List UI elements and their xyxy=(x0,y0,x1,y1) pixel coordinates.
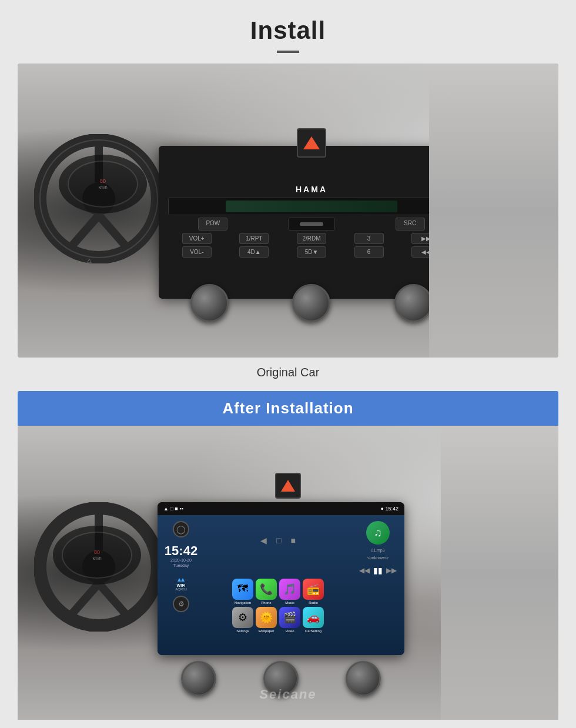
radio-display xyxy=(168,198,455,215)
svg-line-3 xyxy=(69,215,99,249)
title-underline xyxy=(277,51,299,53)
radio-brand-label: HAMA xyxy=(168,185,455,194)
mp3-filename: 01.mp3 xyxy=(371,548,384,552)
nav-back[interactable]: ◀ xyxy=(260,536,267,545)
knob-right xyxy=(394,284,433,322)
app-radio[interactable]: 📻 Radio xyxy=(303,579,324,605)
android-apps-grid: 🗺 Navigation 📞 Phone 🎵 Music xyxy=(230,576,326,635)
after-dash-interior: 80km/h ▲ □ ■ ▪▪ ● 15:42 ◯ 15:42 xyxy=(18,426,558,720)
wallpaper-app-label: Wallpaper xyxy=(259,629,274,633)
video-app-icon: 🎬 xyxy=(279,607,300,628)
power-button[interactable]: ◯ xyxy=(173,521,189,537)
hazard-button-original xyxy=(297,128,326,158)
climate-knobs-original xyxy=(159,284,464,322)
radio-app-icon: 📻 xyxy=(303,579,324,600)
radio-app-label: Radio xyxy=(309,601,318,605)
carsetting-app-label: CarSetting xyxy=(305,629,322,633)
android-status-bar: ▲ □ ■ ▪▪ ● 15:42 xyxy=(158,502,404,515)
radio-btn-1rpt: 1/RPT xyxy=(239,233,269,244)
phone-app-label: Phone xyxy=(261,601,271,605)
video-app-label: Video xyxy=(285,629,294,633)
app-music[interactable]: 🎵 Music xyxy=(279,579,300,605)
after-knob-center xyxy=(263,661,299,696)
app-phone[interactable]: 📞 Phone xyxy=(256,579,277,605)
nav-app-icon: 🗺 xyxy=(232,579,253,600)
radio-btn-6: 6 xyxy=(354,246,384,258)
nav-apps[interactable]: ■ xyxy=(291,536,296,545)
after-install-banner: After Installation xyxy=(18,391,558,426)
android-main-content: ◯ 15:42 2020-10-20 Tuesday ▴▴ WIFI AQR0J… xyxy=(158,515,404,655)
android-right-panel: ♫ 01.mp3 <unknown> ◀◀ ▮▮ ▶▶ xyxy=(351,515,404,655)
app-settings[interactable]: ⚙ Settings xyxy=(232,607,253,633)
android-center-panel: ◀ □ ■ 🗺 Navigation 📞 xyxy=(205,515,351,655)
music-app-label: Music xyxy=(285,601,294,605)
app-navigation[interactable]: 🗺 Navigation xyxy=(232,579,253,605)
phone-app-icon: 📞 xyxy=(256,579,277,600)
next-track-btn[interactable]: ▶▶ xyxy=(386,566,397,575)
status-right: ● 15:42 xyxy=(381,506,398,512)
app-video[interactable]: 🎬 Video xyxy=(279,607,300,633)
svg-text:△: △ xyxy=(87,257,92,263)
wifi-label: WIFI xyxy=(177,583,186,587)
after-knob-left xyxy=(181,661,216,696)
app-carsetting[interactable]: 🚗 CarSetting xyxy=(303,607,324,633)
wallpaper-app-icon: 🌞 xyxy=(256,607,277,628)
hazard-button-after xyxy=(275,473,301,499)
page-header: Install xyxy=(0,0,576,64)
android-date-line2: Tuesday xyxy=(165,563,197,568)
original-car-caption: Original Car xyxy=(18,358,558,391)
knob-left xyxy=(190,284,229,322)
play-pause-btn[interactable]: ▮▮ xyxy=(373,566,383,575)
original-car-section: △ 80km/h HAMA xyxy=(18,64,558,720)
android-date-line1: 2020-10-20 xyxy=(165,557,197,563)
wifi-ssid: AQR0J xyxy=(175,587,186,591)
original-car-image: △ 80km/h HAMA xyxy=(18,64,558,358)
radio-buttons-bot: VOL- 4D▲ 5D▼ 6 ◀◀ xyxy=(168,246,455,258)
radio-btn-vol-minus: VOL- xyxy=(182,246,212,258)
android-left-panel: ◯ 15:42 2020-10-20 Tuesday ▴▴ WIFI AQR0J… xyxy=(158,515,205,655)
svg-line-4 xyxy=(99,215,128,249)
settings-shortcut[interactable]: ⚙ xyxy=(173,596,189,612)
after-knob-right xyxy=(346,661,381,696)
radio-buttons-top: POW SRC xyxy=(168,218,455,231)
original-radio-unit: HAMA POW SRC VOL+ 1/RPT 2/RDM xyxy=(159,146,464,299)
nav-app-label: Navigation xyxy=(235,601,251,605)
time-block: 15:42 2020-10-20 Tuesday xyxy=(165,545,197,568)
after-install-text: After Installation xyxy=(222,399,353,417)
climate-knobs-after xyxy=(158,661,404,696)
svg-line-10 xyxy=(69,583,99,617)
dash-interior-original: △ 80km/h HAMA xyxy=(18,64,558,358)
radio-btn-2rdm: 2/RDM xyxy=(297,233,326,244)
radio-buttons-mid: VOL+ 1/RPT 2/RDM 3 ▶▶ xyxy=(168,233,455,244)
app-wallpaper[interactable]: 🌞 Wallpaper xyxy=(256,607,277,633)
after-install-car-image: 80km/h ▲ □ ■ ▪▪ ● 15:42 ◯ 15:42 xyxy=(18,426,558,720)
settings-app-label: Settings xyxy=(236,629,249,633)
status-left: ▲ □ ■ ▪▪ xyxy=(163,506,183,512)
radio-btn-3: 3 xyxy=(354,233,384,244)
android-nav-bar: ◀ □ ■ xyxy=(260,536,296,545)
svg-line-11 xyxy=(99,583,128,617)
radio-btn-4d: 4D▲ xyxy=(239,246,269,258)
radio-btn-pow: POW xyxy=(198,218,227,231)
carsetting-app-icon: 🚗 xyxy=(303,607,324,628)
music-app-icon: 🎵 xyxy=(279,579,300,600)
page-title: Install xyxy=(250,16,326,45)
nav-home[interactable]: □ xyxy=(276,536,281,545)
radio-btn-vol-plus: VOL+ xyxy=(182,233,212,244)
mp3-controls: ◀◀ ▮▮ ▶▶ xyxy=(359,566,397,575)
radio-btn-src: SRC xyxy=(396,218,425,231)
hazard-triangle-after xyxy=(281,480,295,492)
mp3-artist: <unknown> xyxy=(367,556,389,560)
wifi-icon: ▴▴ xyxy=(178,575,185,583)
settings-app-icon: ⚙ xyxy=(232,607,253,628)
knob-center xyxy=(292,284,330,322)
radio-btn-5d: 5D▼ xyxy=(297,246,326,258)
wifi-block: ▴▴ WIFI AQR0J xyxy=(175,575,186,591)
android-head-unit: ▲ □ ■ ▪▪ ● 15:42 ◯ 15:42 2020-10-20 Tues… xyxy=(158,502,404,655)
android-time: 15:42 xyxy=(165,545,197,557)
music-playing-icon: ♫ xyxy=(366,521,390,545)
prev-track-btn[interactable]: ◀◀ xyxy=(359,566,370,575)
